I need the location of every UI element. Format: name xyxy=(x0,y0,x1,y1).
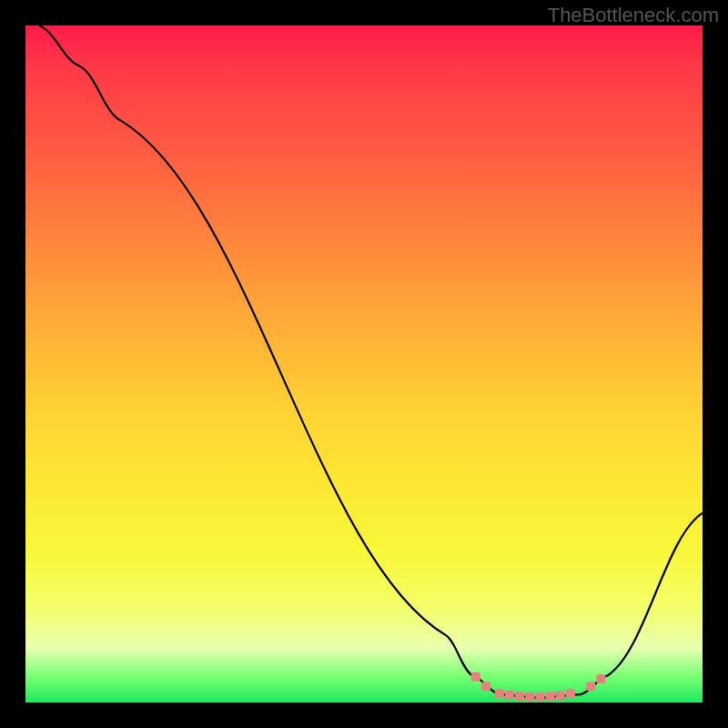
marker-point xyxy=(596,674,605,683)
marker-point xyxy=(546,692,555,701)
curve-line xyxy=(39,25,703,698)
marker-point xyxy=(505,691,514,700)
marker-point xyxy=(515,692,524,701)
chart-container xyxy=(25,25,703,703)
chart-svg xyxy=(25,25,703,703)
marker-point xyxy=(495,689,504,698)
marker-point xyxy=(525,693,534,702)
watermark-text: TheBottleneck.com xyxy=(548,4,719,27)
marker-point xyxy=(471,672,480,682)
marker-point xyxy=(481,682,490,691)
marker-point xyxy=(556,692,565,701)
marker-point xyxy=(535,693,544,702)
marker-point xyxy=(566,689,575,698)
marker-point xyxy=(586,682,595,691)
marker-group xyxy=(471,672,606,702)
